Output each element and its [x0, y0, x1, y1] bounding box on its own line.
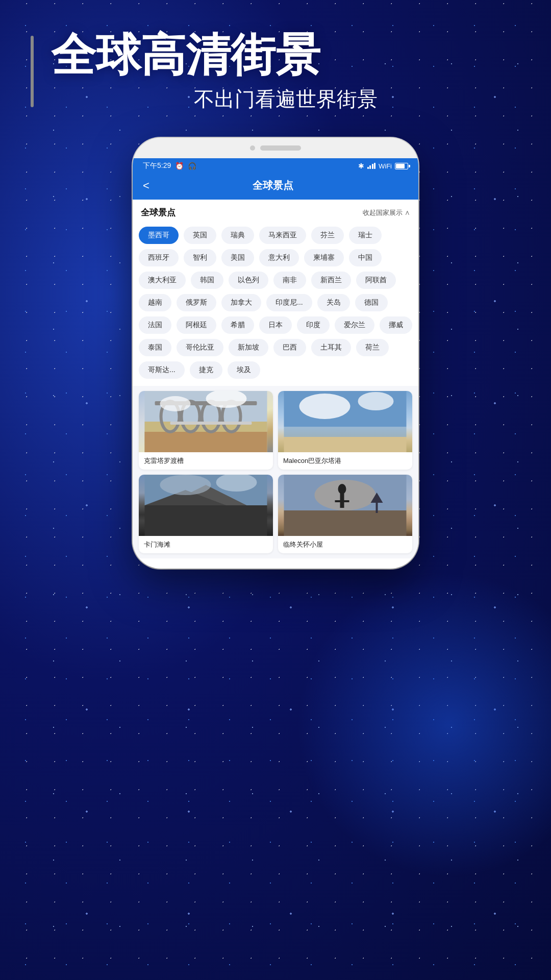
hero-title: 全球高清街景 — [51, 31, 520, 80]
svg-rect-12 — [284, 427, 407, 437]
collapse-button[interactable]: 收起国家展示 ∧ — [363, 208, 410, 217]
photo-label-2: 卡门海滩 — [139, 536, 273, 553]
country-tag-8[interactable]: 美国 — [221, 249, 254, 266]
svg-rect-13 — [284, 437, 407, 452]
photo-label-0: 克雷塔罗渡槽 — [139, 452, 273, 470]
photo-card-1[interactable]: Malecon巴亚尔塔港 — [278, 391, 412, 470]
phone-body: 下午5:29 ⏰ 🎧 ✱ WiFi < 全球景点 — [133, 138, 418, 569]
country-tag-9[interactable]: 意大利 — [259, 249, 299, 266]
country-tag-35[interactable]: 土耳其 — [311, 339, 351, 356]
photo-label-3: 临终关怀小屋 — [278, 536, 412, 553]
country-tag-6[interactable]: 西班牙 — [139, 249, 179, 266]
hero-divider — [31, 36, 34, 107]
country-tag-23[interactable]: 德国 — [355, 294, 388, 311]
country-tag-36[interactable]: 荷兰 — [356, 339, 389, 356]
status-time: 下午5:29 — [143, 161, 171, 170]
country-tag-26[interactable]: 希腊 — [221, 316, 254, 334]
svg-rect-2 — [145, 432, 267, 452]
country-tag-10[interactable]: 柬埔寨 — [304, 249, 344, 266]
section-header: 全球景点 收起国家展示 ∧ — [133, 200, 418, 224]
country-tag-17[interactable]: 阿联酋 — [356, 272, 396, 289]
country-tag-15[interactable]: 南非 — [273, 272, 306, 289]
photo-card-2[interactable]: 卡门海滩 — [139, 475, 273, 553]
country-tags-area: 墨西哥英国瑞典马来西亚芬兰瑞士西班牙智利美国意大利柬埔寨中国澳大利亚韩国以色列南… — [133, 224, 418, 386]
country-tag-1[interactable]: 英国 — [184, 227, 216, 244]
phone-camera — [250, 145, 255, 151]
country-tag-4[interactable]: 芬兰 — [311, 227, 344, 244]
country-tag-11[interactable]: 中国 — [349, 249, 382, 266]
country-tag-0[interactable]: 墨西哥 — [139, 227, 179, 244]
svg-rect-17 — [145, 505, 267, 536]
battery-icon — [395, 163, 408, 169]
wifi-icon: WiFi — [379, 162, 392, 170]
country-tag-25[interactable]: 阿根廷 — [177, 316, 216, 334]
country-tag-37[interactable]: 哥斯达... — [139, 361, 185, 379]
country-tags-grid: 墨西哥英国瑞典马来西亚芬兰瑞士西班牙智利美国意大利柬埔寨中国澳大利亚韩国以色列南… — [139, 227, 412, 379]
hero-subtitle: 不出门看遍世界街景 — [51, 85, 520, 113]
navigation-bar: < 全球景点 — [133, 174, 418, 200]
photo-image-2 — [139, 475, 273, 536]
phone-notch — [133, 138, 418, 158]
country-tag-34[interactable]: 巴西 — [273, 339, 306, 356]
country-tag-30[interactable]: 挪威 — [380, 316, 412, 334]
section-title: 全球景点 — [141, 207, 176, 218]
country-tag-27[interactable]: 日本 — [259, 316, 292, 334]
country-tag-14[interactable]: 以色列 — [229, 272, 268, 289]
photo-image-1 — [278, 391, 412, 452]
country-tag-12[interactable]: 澳大利亚 — [139, 272, 186, 289]
status-left: 下午5:29 ⏰ 🎧 — [143, 161, 196, 170]
bluetooth-icon: ✱ — [358, 162, 364, 170]
country-tag-32[interactable]: 哥伦比亚 — [177, 339, 223, 356]
photo-image-3 — [278, 475, 412, 536]
country-tag-20[interactable]: 加拿大 — [221, 294, 261, 311]
country-tag-24[interactable]: 法国 — [139, 316, 171, 334]
country-tag-18[interactable]: 越南 — [139, 294, 171, 311]
hero-section: 全球高清街景 不出门看遍世界街景 — [0, 20, 551, 113]
photo-grid: 克雷塔罗渡槽 Malecon巴亚尔塔港 卡门海滩 临终关怀小屋 — [133, 386, 418, 558]
country-tag-19[interactable]: 俄罗斯 — [177, 294, 216, 311]
phone-speaker — [260, 145, 301, 151]
svg-point-14 — [299, 394, 350, 419]
headphone-icon: 🎧 — [188, 162, 196, 170]
country-tag-29[interactable]: 爱尔兰 — [335, 316, 374, 334]
page-title: 全球景点 — [149, 179, 397, 192]
country-tag-38[interactable]: 捷克 — [190, 361, 222, 379]
content-area: 全球景点 收起国家展示 ∧ 墨西哥英国瑞典马来西亚芬兰瑞士西班牙智利美国意大利柬… — [133, 200, 418, 558]
photo-image-0 — [139, 391, 273, 452]
svg-rect-23 — [284, 510, 407, 536]
country-tag-16[interactable]: 新西兰 — [311, 272, 351, 289]
photo-label-1: Malecon巴亚尔塔港 — [278, 452, 412, 470]
country-tag-21[interactable]: 印度尼... — [266, 294, 312, 311]
svg-point-24 — [315, 480, 376, 510]
svg-point-15 — [358, 392, 394, 410]
country-tag-33[interactable]: 新加坡 — [229, 339, 268, 356]
back-button[interactable]: < — [143, 179, 149, 192]
svg-rect-27 — [335, 500, 349, 502]
photo-card-0[interactable]: 克雷塔罗渡槽 — [139, 391, 273, 470]
country-tag-39[interactable]: 埃及 — [228, 361, 260, 379]
photo-card-3[interactable]: 临终关怀小屋 — [278, 475, 412, 553]
country-tag-7[interactable]: 智利 — [184, 249, 216, 266]
country-tag-3[interactable]: 马来西亚 — [259, 227, 306, 244]
status-right: ✱ WiFi — [358, 162, 409, 170]
svg-rect-28 — [376, 503, 378, 513]
alarm-icon: ⏰ — [175, 162, 184, 170]
country-tag-5[interactable]: 瑞士 — [349, 227, 382, 244]
signal-icon — [367, 163, 376, 169]
status-bar: 下午5:29 ⏰ 🎧 ✱ WiFi — [133, 158, 418, 174]
svg-point-26 — [338, 484, 346, 494]
svg-point-9 — [160, 396, 191, 411]
phone-mockup: 下午5:29 ⏰ 🎧 ✱ WiFi < 全球景点 — [133, 138, 418, 569]
country-tag-31[interactable]: 泰国 — [139, 339, 171, 356]
country-tag-13[interactable]: 韩国 — [191, 272, 223, 289]
svg-rect-8 — [170, 422, 252, 425]
country-tag-22[interactable]: 关岛 — [317, 294, 350, 311]
svg-point-20 — [160, 475, 211, 495]
country-tag-2[interactable]: 瑞典 — [221, 227, 254, 244]
country-tag-28[interactable]: 印度 — [297, 316, 330, 334]
background-glow — [296, 572, 551, 878]
